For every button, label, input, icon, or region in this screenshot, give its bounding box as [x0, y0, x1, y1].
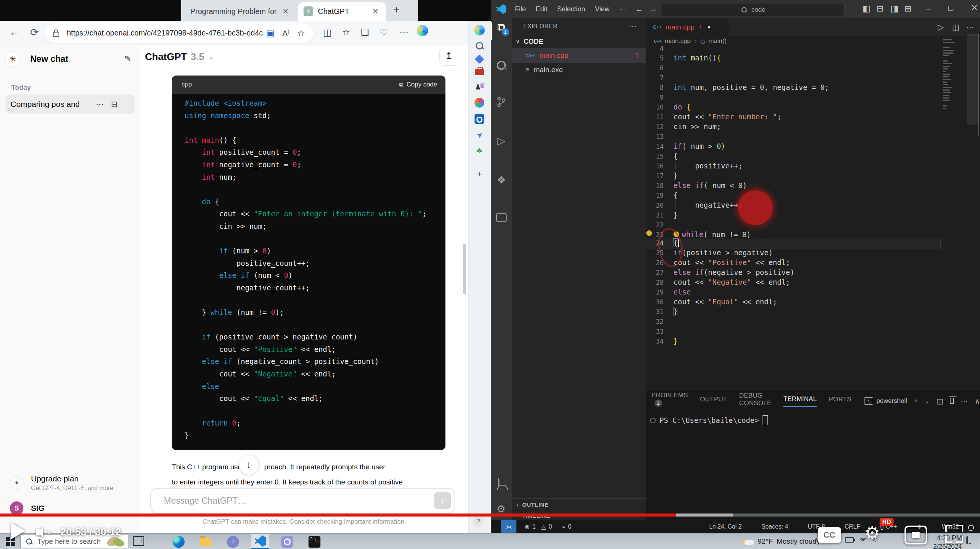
layout-customize-icon[interactable]: ⊞ [905, 4, 911, 14]
back-button[interactable]: ← [9, 26, 19, 38]
layout-panel-icon[interactable]: ⊟ [877, 4, 883, 14]
games-icon[interactable]: ♟ ♛ [474, 81, 484, 91]
panel-tab-debug-console[interactable]: DEBUG CONSOLE [739, 392, 771, 411]
wallet-icon[interactable]: ▣ [266, 28, 275, 38]
status-item-spaces-4[interactable]: Spaces: 4 [752, 524, 788, 530]
menu-view[interactable]: View [591, 4, 613, 14]
panel-more-icon[interactable]: ⋯ [961, 397, 968, 406]
panel-tab-ports[interactable]: PORTS [829, 396, 852, 407]
new-chat-button[interactable]: ✳ New chat ✎ [5, 49, 135, 69]
browser-tab-programming-problem[interactable]: Programming Problem for ✕ [183, 2, 297, 21]
microsoft-365-icon[interactable] [474, 98, 484, 108]
new-tab-button[interactable]: + [393, 4, 399, 16]
shopping-icon[interactable] [474, 54, 484, 64]
run-debug-icon[interactable]: ▷ [498, 135, 506, 147]
file-row-main-cpp[interactable]: C++ main.cpp 1 [512, 48, 646, 63]
url-input[interactable] [66, 28, 264, 38]
outlook-icon[interactable] [474, 114, 484, 124]
command-center-search[interactable]: code [661, 3, 845, 16]
window-maximize-button[interactable]: □ [948, 3, 953, 13]
read-aloud-icon[interactable]: A⁾ [282, 29, 290, 38]
task-view-button[interactable] [133, 536, 144, 546]
split-screen-icon[interactable]: ◫ [323, 27, 332, 38]
upgrade-plan-button[interactable]: ✦ Upgrade plan Get GPT-4, DALL·E, and mo… [5, 471, 135, 495]
panel-tab-terminal[interactable]: TERMINAL [783, 395, 816, 407]
drop-icon[interactable]: ➤ [474, 129, 485, 140]
taskbar-edge-icon[interactable] [170, 535, 187, 549]
taskbar-terminal-icon[interactable]: C:\_ [306, 535, 323, 549]
volume-button[interactable] [36, 527, 50, 538]
page-scrollbar[interactable] [463, 244, 466, 294]
chat-view-icon[interactable] [496, 213, 507, 222]
taskbar-file-explorer-icon[interactable] [197, 535, 215, 549]
player-settings-gear-icon[interactable]: ⚙ [864, 523, 880, 543]
ports-status[interactable]: ⌁0 [562, 524, 571, 530]
accounts-icon[interactable] [498, 479, 500, 485]
tab-close-icon[interactable]: ✕ [282, 7, 289, 16]
browser-essentials-icon[interactable]: ♡ [380, 27, 388, 38]
copilot-sidebar-icon[interactable] [474, 25, 485, 35]
share-button[interactable]: ↥ [439, 47, 458, 66]
video-progress-played[interactable] [0, 514, 676, 517]
copilot-icon[interactable] [417, 25, 428, 36]
collections-icon[interactable]: ☆ [342, 27, 350, 38]
conversation-item[interactable]: Comparing pos and neg. ⋯ ⊟ [5, 94, 135, 114]
browser-tab-chatgpt[interactable]: ✳ ChatGPT ✕ [298, 2, 386, 21]
window-close-button[interactable]: ✕ [971, 3, 978, 13]
video-progress-buffered[interactable] [676, 514, 733, 517]
address-bar[interactable]: ▣ A⁾ ☆ [45, 24, 314, 43]
scroll-to-bottom-button[interactable]: ↓ [239, 455, 259, 475]
vscode-editor-code[interactable]: 45int main(){678int num, positive = 0, n… [646, 44, 941, 347]
layout-secondary-icon[interactable]: ◨ [891, 4, 899, 14]
editor-scrollbar[interactable] [978, 34, 979, 136]
history-forward-icon[interactable]: → [649, 5, 657, 14]
remote-indicator[interactable]: >< [501, 520, 516, 533]
reload-button[interactable]: ⟳ [30, 26, 39, 38]
designer-icon[interactable]: ♣ [477, 146, 482, 156]
editor-more-icon[interactable]: ⋯ [966, 23, 974, 32]
send-button[interactable]: ↑ [434, 492, 451, 509]
tools-icon[interactable] [475, 69, 484, 75]
menu-more-icon[interactable]: ⋯ [616, 4, 630, 14]
extensions-icon[interactable]: ❖ [497, 174, 506, 186]
notifications-bell-icon[interactable] [968, 525, 974, 529]
taskbar-app-icon[interactable]: ∴ [224, 535, 242, 549]
tray-battery-icon[interactable] [845, 537, 854, 543]
kill-terminal-icon[interactable] [950, 398, 954, 404]
problems-status[interactable]: ⊗1 △0 [525, 524, 552, 530]
fullscreen-button[interactable] [945, 525, 963, 543]
tab-close-icon[interactable]: ✕ [372, 7, 379, 16]
menu-file[interactable]: File [511, 4, 530, 14]
captions-button[interactable]: CC [818, 527, 841, 543]
minimap[interactable] [943, 38, 966, 111]
taskbar-app2-icon[interactable] [278, 535, 296, 549]
layout-sidebar-icon[interactable]: ◧ [862, 4, 870, 14]
copy-code-button[interactable]: ⧉ Copy code [399, 81, 437, 88]
search-sidebar-icon[interactable] [476, 42, 483, 49]
history-back-icon[interactable]: ← [635, 5, 643, 14]
explorer-more-icon[interactable]: ⋯ [629, 22, 636, 31]
new-terminal-icon[interactable]: + [914, 397, 918, 405]
explorer-view-icon[interactable]: ⧉ 1 [497, 21, 505, 34]
split-editor-icon[interactable]: ◫ [952, 23, 959, 32]
action-center-icon[interactable] [966, 536, 968, 544]
terminal-prompt-line[interactable]: PS C:\Users\baile\code> [646, 415, 768, 426]
run-code-icon[interactable]: ▷ [938, 23, 944, 32]
add-sidebar-app-button[interactable]: + [477, 169, 482, 179]
terminal-dropdown-icon[interactable]: ⌄ [925, 398, 930, 404]
compose-icon[interactable]: ✎ [124, 54, 131, 64]
terminal-instance[interactable]: >_ powershell [864, 397, 907, 405]
play-button[interactable] [11, 523, 25, 539]
split-terminal-icon[interactable]: ◫ [936, 397, 943, 406]
panel-tab-problems[interactable]: PROBLEMS1 [652, 391, 688, 411]
modified-dot-icon[interactable]: ● [708, 24, 711, 30]
panel-maximize-icon[interactable]: ∧ [975, 397, 980, 406]
message-input[interactable] [163, 495, 435, 506]
status-item-ln-24-col-2[interactable]: Ln 24, Col 2 [699, 524, 741, 530]
taskbar-weather-widget[interactable]: 92°F Mostly cloudy [742, 535, 820, 547]
menu-edit[interactable]: Edit [532, 4, 551, 14]
model-selector[interactable]: ChatGPT 3.5 ⌄ [145, 49, 215, 64]
file-row-main-exe[interactable]: ≡ main.exe [512, 63, 646, 77]
editor-tab-main-cpp[interactable]: C++ main.cpp 1 ● [646, 18, 729, 36]
search-view-icon[interactable] [497, 61, 506, 70]
